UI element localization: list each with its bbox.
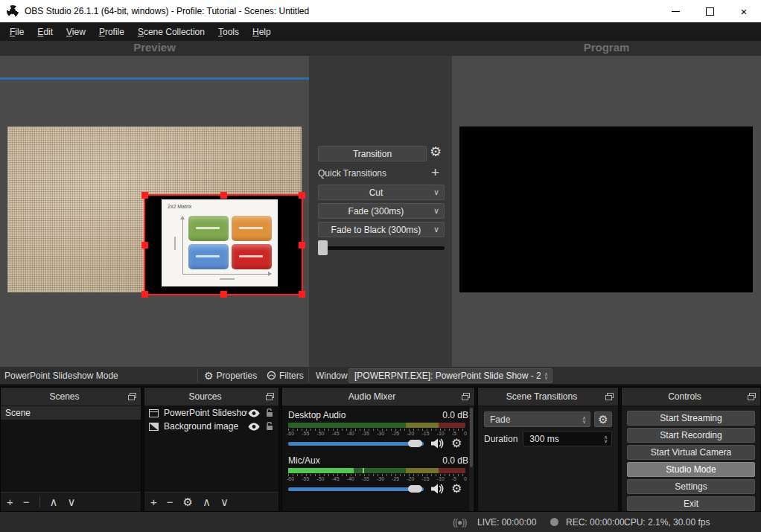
scene-list-item[interactable]: Scene [1,406,141,420]
volume-slider[interactable] [288,439,424,448]
channel-name: Desktop Audio [288,410,346,420]
volume-slider-handle[interactable] [408,485,422,493]
remove-scene-icon[interactable]: − [23,496,30,507]
duration-spinbox[interactable]: 300 ms ∧∨ [523,431,612,446]
resize-handle-bottom-middle[interactable] [220,291,227,298]
program-output [459,126,753,292]
eye-visible-icon[interactable] [248,409,260,417]
resize-handle-middle-left[interactable] [141,242,148,249]
settings-button[interactable]: Settings [627,479,755,494]
transition-bar-handle[interactable] [318,240,328,255]
spinner-icon[interactable]: ∧∨ [604,435,608,443]
filters-button[interactable]: Filters [267,367,304,384]
lock-open-icon[interactable] [266,408,274,417]
lock-open-icon[interactable] [266,422,274,431]
channel-gear-icon[interactable]: ⚙ [451,483,462,495]
exit-button[interactable]: Exit [627,496,755,511]
add-source-icon[interactable]: + [150,496,157,507]
minimize-button[interactable] [658,0,692,22]
cpu-fps-stats: CPU: 2.1%, 30.00 fps [624,512,710,532]
scenes-toolbar: + − ∧ ∨ [1,492,141,511]
move-source-down-icon[interactable]: ∨ [220,496,229,507]
eye-visible-icon[interactable] [248,423,260,431]
speaker-icon[interactable] [430,483,445,495]
menu-profile[interactable]: Profile [92,24,131,40]
transition-gear-icon[interactable]: ⚙ [430,145,442,158]
menu-file[interactable]: File [3,24,31,40]
menu-tools[interactable]: Tools [211,24,246,40]
move-scene-up-icon[interactable]: ∧ [50,496,58,507]
duration-label: Duration [484,434,518,444]
resize-handle-top-right[interactable] [299,192,305,199]
scene-transitions-dock: Scene Transitions Fade ∧∨ ⚙ Duration [477,387,619,512]
channel-gear-icon[interactable]: ⚙ [451,438,462,449]
meter-scale: -60-55-50-45-40-35-30-25-20-15-10-50 [287,476,467,481]
quick-transition-fade[interactable]: Fade (300ms) ∨ [318,203,445,219]
mic-aux-channel: Mic/Aux 0.0 dB -60-55-50-45-40-35-30-25-… [288,455,468,495]
transition-select[interactable]: Fade ∧∨ [484,411,590,427]
start-recording-button[interactable]: Start Recording [627,428,755,443]
window-select[interactable]: [POWERPNT.EXE]: PowerPoint Slide Show - … [348,368,553,383]
scenes-list: Scene [1,406,141,492]
chevron-down-icon: ∨ [433,188,439,197]
menu-help[interactable]: Help [246,24,278,40]
menu-view[interactable]: View [60,24,92,40]
channel-level: 0.0 dB [442,410,468,420]
controls-title: Controls [622,391,748,402]
dock-options-icon[interactable] [462,393,470,400]
gear-icon: ⚙ [598,414,608,425]
move-scene-down-icon[interactable]: ∨ [68,496,76,507]
menu-bar: File Edit View Profile Scene Collection … [0,22,761,41]
status-bar: ((●)) LIVE: 00:00:00 REC: 00:00:00 CPU: … [0,512,761,532]
resize-handle-bottom-left[interactable] [141,291,148,298]
move-source-up-icon[interactable]: ∧ [203,496,211,507]
transition-bar-track [318,246,445,250]
transition-properties-button[interactable]: ⚙ [594,411,612,427]
window-title: OBS Studio 26.1.1 (64-bit, windows) - Pr… [25,6,309,16]
preview-canvas[interactable]: 2x2 Matrix [0,56,309,367]
studio-mode-button[interactable]: Studio Mode [627,462,755,477]
volume-meter [288,468,465,473]
speaker-icon[interactable] [430,438,445,449]
properties-button[interactable]: ⚙ Properties [204,367,257,384]
dock-options-icon[interactable] [605,393,614,400]
dock-options-icon[interactable] [266,393,274,400]
start-streaming-button[interactable]: Start Streaming [627,411,755,426]
close-button[interactable]: × [727,0,761,22]
transition-bar-slider[interactable] [318,240,445,255]
meter-scale: -60-55-50-45-40-35-30-25-20-15-10-50 [287,431,467,436]
resize-handle-middle-right[interactable] [299,242,305,249]
quick-transition-cut[interactable]: Cut ∨ [318,185,445,200]
transition-button[interactable]: Transition [318,146,427,161]
powerpoint-slide-source[interactable]: 2x2 Matrix [145,196,302,294]
audio-mixer-dock: Audio Mixer Desktop Audio 0.0 dB -60-55-… [281,387,475,512]
dock-options-icon[interactable] [128,393,136,400]
resize-handle-top-middle[interactable] [220,192,227,199]
source-row-powerpoint[interactable]: PowerPoint Slideshow Mode [144,406,278,420]
channel-name: Mic/Aux [288,455,320,466]
resize-handle-top-left[interactable] [141,192,148,199]
maximize-button[interactable] [692,0,727,22]
quick-transition-fade-to-black[interactable]: Fade to Black (300ms) ∨ [318,222,445,237]
chevron-down-icon: ∨ [433,225,439,234]
add-quick-transition-icon[interactable]: + [431,164,439,181]
resize-handle-bottom-right[interactable] [299,291,305,298]
remove-source-icon[interactable]: − [167,496,173,507]
scenes-dock: Scenes Scene + − ∧ ∨ [0,387,141,512]
volume-slider-handle[interactable] [408,440,422,447]
dock-area: Scenes Scene + − ∧ ∨ Sources [0,385,761,512]
close-icon: × [741,6,748,17]
selection-frame [144,194,303,295]
source-row-background[interactable]: Background image [144,420,278,433]
source-properties-icon[interactable]: ⚙ [183,496,193,507]
volume-slider[interactable] [288,484,424,493]
mixer-scrollbar[interactable] [469,406,474,511]
dock-options-icon[interactable] [748,393,756,400]
image-source-icon [149,423,159,431]
spinner-icon: ∧∨ [544,372,548,379]
menu-edit[interactable]: Edit [31,24,60,40]
start-virtual-camera-button[interactable]: Start Virtual Camera [627,445,755,460]
add-scene-icon[interactable]: + [7,496,13,507]
rec-dot-icon [550,512,558,532]
menu-scene-collection[interactable]: Scene Collection [131,24,211,40]
